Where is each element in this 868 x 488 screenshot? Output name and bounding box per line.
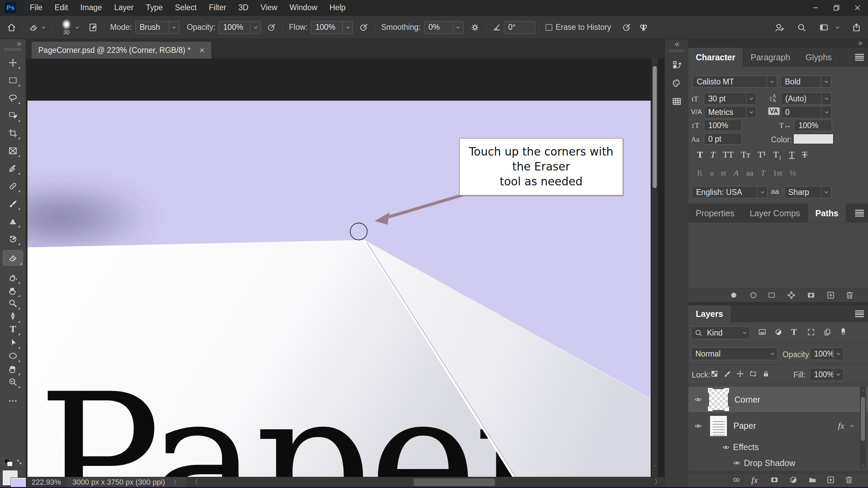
history-panel-icon[interactable] (670, 58, 684, 72)
baseline-shift-field[interactable]: 0 pt (704, 133, 742, 145)
brush-tool[interactable] (5, 197, 21, 211)
paint-bucket-tool[interactable] (5, 270, 21, 285)
opentype-feature-button[interactable]: ℴ (710, 168, 713, 177)
shape-tool[interactable] (5, 349, 21, 363)
panel-menu-icon[interactable] (855, 310, 864, 317)
color-panel-icon[interactable] (670, 77, 684, 90)
angle-field[interactable]: 0° (504, 21, 535, 34)
tab-character[interactable]: Character (688, 48, 743, 67)
tab-layer-comps[interactable]: Layer Comps (742, 204, 808, 223)
menu-view[interactable]: View (256, 1, 282, 14)
horizontal-scale-field[interactable]: 100% (794, 120, 832, 131)
swatches-panel-icon[interactable] (670, 95, 684, 108)
marquee-tool[interactable] (5, 73, 21, 87)
chevron-down-icon[interactable] (74, 24, 81, 31)
minimize-button[interactable] (805, 0, 826, 16)
frame-filter-icon[interactable] (807, 328, 816, 337)
selection-path-icon[interactable] (767, 290, 777, 301)
add-person-icon[interactable] (772, 21, 786, 34)
menu-image[interactable]: Image (76, 1, 107, 14)
swap-colors-icon[interactable] (16, 458, 23, 466)
eyedropper-tool[interactable] (5, 161, 21, 176)
type-style-button[interactable]: T₁ (773, 150, 782, 159)
type-style-button[interactable]: T (710, 150, 715, 159)
zoom-tool[interactable] (5, 375, 21, 389)
path-selection-tool[interactable] (5, 336, 21, 350)
chevron-down-icon[interactable] (40, 24, 47, 31)
layer-filter-select[interactable]: Kind (691, 326, 750, 339)
lock-all-icon[interactable] (762, 369, 771, 379)
kerning-select[interactable]: Metrics (704, 106, 756, 118)
search-icon[interactable] (795, 21, 808, 34)
brush-settings-icon[interactable] (86, 21, 100, 34)
vertical-scrollbar[interactable] (652, 59, 658, 477)
smartobject-filter-icon[interactable] (823, 328, 832, 337)
menu-edit[interactable]: Edit (50, 1, 73, 14)
opentype-feature-button[interactable]: T (761, 168, 765, 177)
background-color-swatch[interactable] (11, 478, 26, 488)
text-color-swatch[interactable] (793, 134, 833, 144)
layer-row-paper[interactable]: Paper fx (688, 413, 868, 439)
brush-preset-picker[interactable]: 30 (59, 19, 74, 36)
visibility-eye-icon[interactable] (693, 422, 703, 430)
type-style-button[interactable]: T (789, 150, 794, 159)
layer-name[interactable]: Paper (733, 421, 756, 431)
clone-stamp-tool[interactable] (5, 214, 21, 228)
layer-opacity-field[interactable]: 100% (810, 347, 844, 360)
font-family-select[interactable]: Calisto MT (692, 76, 777, 88)
menu-type[interactable]: Type (141, 1, 167, 14)
symmetry-butterfly-icon[interactable] (637, 21, 650, 34)
document-tab[interactable]: PageCorner.psd @ 223% (Corner, RGB/8) * … (32, 42, 211, 59)
dock-drag-handle[interactable] (669, 49, 685, 52)
smudge-tool[interactable] (5, 284, 21, 298)
chevron-right-icon[interactable]: 〉 (173, 477, 180, 487)
tab-glyphs[interactable]: Glyphs (798, 48, 840, 67)
layer-style-fx-icon[interactable]: fx (751, 475, 762, 485)
fill-path-icon[interactable] (729, 290, 739, 301)
stroke-path-icon[interactable] (749, 290, 759, 301)
layer-fill-field[interactable]: 100% (810, 368, 844, 381)
scroll-up-icon[interactable] (861, 388, 865, 392)
layers-scrollbar-thumb[interactable] (861, 397, 865, 441)
visibility-eye-icon[interactable] (721, 444, 730, 451)
menu-layer[interactable]: Layer (110, 1, 139, 14)
eraser-tool[interactable] (3, 250, 23, 266)
scroll-down-icon[interactable] (861, 463, 865, 467)
edit-toolbar[interactable] (5, 394, 21, 408)
close-tab-icon[interactable]: × (199, 45, 204, 56)
opentype-feature-button[interactable]: 1st (773, 168, 782, 177)
new-layer-icon[interactable] (826, 475, 836, 485)
link-layers-icon[interactable] (732, 475, 742, 485)
chevron-down-icon[interactable] (834, 24, 841, 31)
frame-tool[interactable] (5, 144, 21, 158)
layer-thumbnail[interactable] (709, 389, 728, 410)
type-filter-icon[interactable]: T (791, 327, 801, 337)
dodge-tool[interactable] (5, 296, 21, 310)
image-filter-icon[interactable] (758, 328, 767, 337)
opacity-field[interactable]: 100% (219, 21, 261, 34)
adjustment-layer-icon[interactable] (789, 475, 799, 485)
delete-layer-icon[interactable] (844, 475, 854, 485)
opentype-feature-button[interactable]: st (721, 168, 726, 177)
panel-menu-icon[interactable] (855, 54, 864, 61)
zoom-level[interactable]: 222.93% (26, 478, 66, 487)
menu-window[interactable]: Window (285, 1, 322, 14)
font-size-select[interactable]: 30 pt (704, 93, 756, 105)
lock-position-icon[interactable] (736, 369, 745, 379)
paths-panel-list[interactable] (688, 222, 868, 288)
pen-tool[interactable] (5, 309, 21, 324)
menu-file[interactable]: File (25, 1, 47, 14)
airbrush-icon[interactable] (620, 21, 633, 34)
type-style-button[interactable]: TT (723, 150, 734, 159)
drop-shadow-row[interactable]: Drop Shadow (688, 455, 868, 471)
type-style-button[interactable]: T¹ (758, 150, 766, 159)
new-path-icon[interactable] (826, 290, 836, 301)
type-style-button[interactable]: Tᴛ (741, 150, 750, 159)
gear-icon[interactable] (468, 21, 482, 34)
leading-select[interactable]: (Auto) (781, 93, 832, 105)
crop-tool[interactable] (5, 126, 21, 140)
tab-paragraph[interactable]: Paragraph (743, 48, 798, 67)
restore-button[interactable] (826, 0, 847, 16)
menu-select[interactable]: Select (170, 1, 201, 14)
collapse-effects-icon[interactable] (848, 423, 855, 429)
